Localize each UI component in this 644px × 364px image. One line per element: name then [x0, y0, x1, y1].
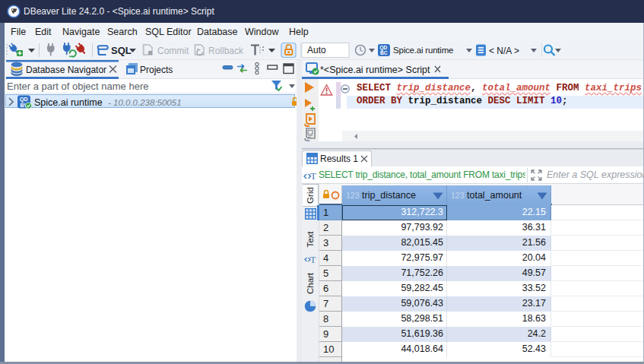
svg-text:*<Spice.ai runtime> Script: *<Spice.ai runtime> Script: [320, 65, 430, 75]
svg-text:Spice.ai runtime: Spice.ai runtime: [34, 97, 103, 108]
svg-text:T: T: [310, 170, 317, 181]
svg-text:T: T: [310, 255, 316, 265]
svg-text:Projects: Projects: [140, 65, 173, 75]
svg-text:Database Navigator: Database Navigator: [26, 65, 106, 75]
svg-text:BC: BC: [380, 50, 388, 55]
svg-text:Auto: Auto: [307, 45, 326, 55]
svg-text:Spice.ai runtime: Spice.ai runtime: [393, 46, 453, 55]
svg-text:Rollback: Rollback: [208, 46, 244, 56]
svg-text:Commit: Commit: [157, 46, 189, 56]
svg-text:SQL: SQL: [111, 45, 132, 56]
svg-text:< N/A >: < N/A >: [489, 46, 519, 56]
svg-text:- 10.0.0.238:50051: - 10.0.0.238:50051: [108, 98, 182, 107]
